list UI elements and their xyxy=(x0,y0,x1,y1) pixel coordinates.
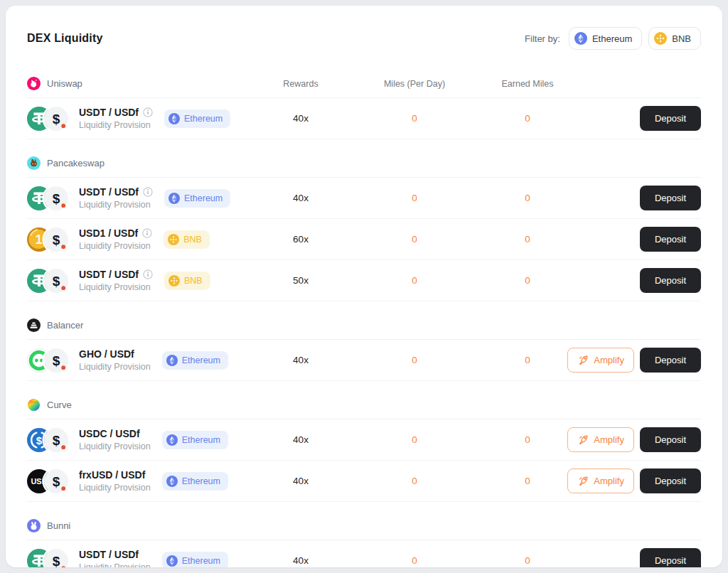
deposit-button[interactable]: Deposit xyxy=(640,427,701,452)
amplify-label: Amplify xyxy=(594,434,624,445)
pool-cell: $USDT / USDfLiquidity ProvisionBNB xyxy=(27,269,257,293)
earned-miles-value: 0 xyxy=(485,434,570,445)
pool-cell: $$USDC / USDfLiquidity ProvisionEthereum xyxy=(27,428,257,452)
deposit-button[interactable]: Deposit xyxy=(640,548,701,567)
column-header-miles: Miles (Per Day) xyxy=(344,79,485,89)
miles-per-day-value: 0 xyxy=(344,193,485,203)
deposit-button[interactable]: Deposit xyxy=(640,227,701,252)
filter-chip-ethereum[interactable]: Ethereum xyxy=(569,27,642,50)
token-pair-icons: $ xyxy=(27,348,68,373)
ethereum-icon xyxy=(166,476,178,487)
pool-row: $USDT / USDfLiquidity ProvisionBNB50x00D… xyxy=(27,260,701,301)
miles-per-day-value: 0 xyxy=(344,113,485,124)
column-header-earned: Earned Miles xyxy=(485,79,570,89)
bnb-chain-badge: BNB xyxy=(164,272,210,290)
svg-text:$: $ xyxy=(36,434,43,446)
ethereum-icon xyxy=(168,193,180,204)
filter-chip-label: Ethereum xyxy=(592,33,632,44)
pool-pair-name: USDT / USDf xyxy=(79,269,153,280)
earned-miles-value: 0 xyxy=(485,355,570,365)
row-actions: AmplifyDeposit xyxy=(570,468,701,493)
info-icon[interactable] xyxy=(143,187,153,197)
pool-pair-name: USDC / USDf xyxy=(79,428,151,439)
pool-pair-name: USDT / USDf xyxy=(79,186,153,198)
usdf-token-icon: $ xyxy=(44,428,68,452)
svg-text:$: $ xyxy=(53,273,60,288)
deposit-button[interactable]: Deposit xyxy=(640,186,701,210)
chain-badge-label: BNB xyxy=(184,276,203,286)
bunni-icon xyxy=(27,519,41,532)
deposit-button[interactable]: Deposit xyxy=(640,348,701,373)
pool-pair-name: frxUSD / USDf xyxy=(79,469,151,481)
token-pair-icons: $ xyxy=(27,269,68,293)
section-header: UniswapRewardsMiles (Per Day)Earned Mile… xyxy=(27,77,701,98)
info-icon[interactable] xyxy=(143,107,153,117)
pool-pair-label: USDT / USDf xyxy=(79,186,139,198)
miles-per-day-value: 0 xyxy=(344,555,485,566)
section-header: Curve xyxy=(27,398,701,419)
pool-row: $USDT / USDfLiquidity ProvisionEthereum4… xyxy=(27,98,701,139)
pool-row: 1$USD1 / USDfLiquidity ProvisionBNB60x00… xyxy=(27,219,701,260)
dex-liquidity-panel: DEX Liquidity Filter by: Ethereum BNB Un… xyxy=(6,6,722,567)
ethereum-chain-badge: Ethereum xyxy=(164,189,230,208)
info-icon[interactable] xyxy=(143,269,153,279)
usdf-token-icon: $ xyxy=(44,186,68,210)
amplify-label: Amplify xyxy=(594,355,624,365)
amplify-button[interactable]: Amplify xyxy=(567,348,634,373)
ethereum-icon xyxy=(166,355,178,366)
rewards-value: 40x xyxy=(257,434,344,445)
filter-chip-bnb[interactable]: BNB xyxy=(648,27,701,50)
miles-per-day-value: 0 xyxy=(344,234,485,245)
chain-badge-label: Ethereum xyxy=(182,435,220,445)
pool-pair-label: USD1 / USDf xyxy=(79,227,138,239)
section-curve: Curve$$USDC / USDfLiquidity ProvisionEth… xyxy=(27,398,701,502)
pool-pair-name: USD1 / USDf xyxy=(79,227,152,239)
pool-text: GHO / USDfLiquidity Provision xyxy=(79,348,151,372)
protocol-label: Bunni xyxy=(27,519,257,532)
pool-text: USDT / USDfLiquidity Provision xyxy=(79,107,153,130)
amplify-button[interactable]: Amplify xyxy=(567,427,634,452)
miles-per-day-value: 0 xyxy=(344,355,485,365)
ethereum-chain-badge: Ethereum xyxy=(162,431,228,449)
svg-text:$: $ xyxy=(53,111,60,126)
usdf-token-icon: $ xyxy=(44,549,68,568)
pool-subtitle: Liquidity Provision xyxy=(79,562,151,567)
deposit-button[interactable]: Deposit xyxy=(640,268,701,293)
pool-pair-label: GHO / USDf xyxy=(79,348,134,360)
sections: UniswapRewardsMiles (Per Day)Earned Mile… xyxy=(27,77,701,567)
pool-cell: USD$frxUSD / USDfLiquidity ProvisionEthe… xyxy=(27,469,257,493)
column-header-rewards: Rewards xyxy=(257,79,344,89)
protocol-label: Pancakeswap xyxy=(27,156,257,170)
svg-text:$: $ xyxy=(53,353,60,368)
pool-subtitle: Liquidity Provision xyxy=(79,200,153,210)
pool-subtitle: Liquidity Provision xyxy=(79,282,153,292)
ethereum-icon xyxy=(166,434,178,446)
deposit-button[interactable]: Deposit xyxy=(640,106,701,131)
pool-pair-label: USDC / USDf xyxy=(79,428,140,439)
bnb-icon xyxy=(168,234,179,245)
row-actions: Deposit xyxy=(570,548,701,567)
pool-text: frxUSD / USDfLiquidity Provision xyxy=(79,469,151,493)
rewards-value: 40x xyxy=(257,555,344,566)
deposit-button[interactable]: Deposit xyxy=(640,468,701,493)
chain-badge-label: Ethereum xyxy=(182,476,220,486)
earned-miles-value: 0 xyxy=(485,555,570,566)
pool-row: $GHO / USDfLiquidity ProvisionEthereum40… xyxy=(27,340,701,381)
rewards-value: 40x xyxy=(257,476,344,486)
chain-badge-label: Ethereum xyxy=(184,193,223,203)
chain-badge-label: Ethereum xyxy=(182,556,220,566)
pool-text: USDC / USDfLiquidity Provision xyxy=(79,428,151,451)
info-icon[interactable] xyxy=(142,228,152,238)
protocol-name: Curve xyxy=(47,400,72,410)
ethereum-chain-badge: Ethereum xyxy=(162,351,228,370)
bnb-chain-badge: BNB xyxy=(164,230,210,249)
pool-subtitle: Liquidity Provision xyxy=(79,483,151,493)
ethereum-chain-badge: Ethereum xyxy=(162,472,228,491)
bnb-icon xyxy=(168,275,180,286)
pool-text: USDT / USDfLiquidity Provision xyxy=(79,269,153,292)
miles-per-day-value: 0 xyxy=(344,476,485,486)
ethereum-icon xyxy=(166,555,178,567)
pool-pair-name: GHO / USDf xyxy=(79,348,151,360)
svg-text:$: $ xyxy=(53,473,60,488)
amplify-button[interactable]: Amplify xyxy=(567,468,634,493)
